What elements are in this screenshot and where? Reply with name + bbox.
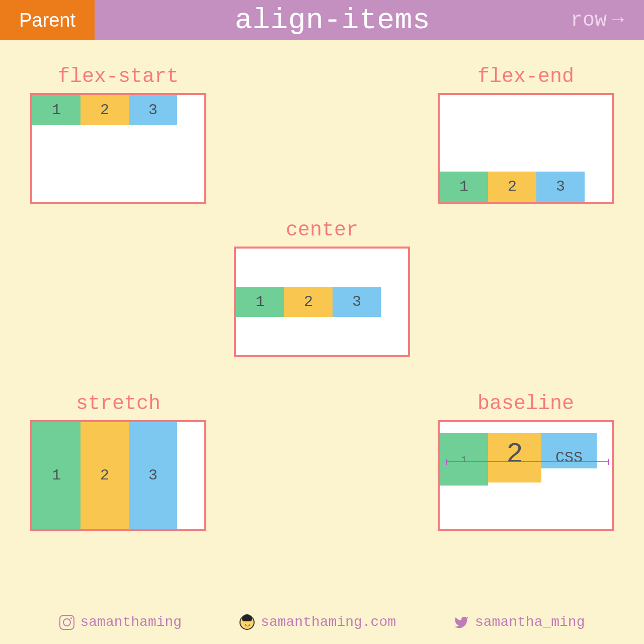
social-website: samanthaming.com [239,614,396,630]
flex-item: 2 [80,95,129,125]
flex-item: 2 [80,422,129,529]
page-title: align-items [95,4,571,37]
example-baseline: baseline 1 2 CSS [438,392,614,531]
instagram-handle: samanthaming [80,614,182,630]
flex-item: 2 [284,287,333,317]
social-twitter: samantha_ming [454,614,585,630]
direction-label: row → [571,9,644,32]
example-title: flex-end [438,65,614,88]
flex-item: 1 [32,422,80,529]
parent-badge: Parent [0,0,95,40]
example-stretch: stretch 1 2 3 [30,392,206,531]
flex-item: 2 [488,433,541,482]
flex-item: 1 [32,95,80,125]
instagram-icon [59,615,74,630]
arrow-right-icon: → [612,9,624,31]
diagram-box: 1 2 3 [30,93,206,204]
footer: samanthaming samanthaming.com samantha_m… [0,614,644,630]
diagram-box: 1 2 3 [30,420,206,531]
flex-item: 2 [488,172,536,202]
flex-item: 1 [440,172,488,202]
example-title: flex-start [30,65,206,88]
example-center: center 1 2 3 [234,219,410,357]
diagram-box: 1 2 3 [438,93,614,204]
flex-item: 3 [129,95,177,125]
flex-item: 3 [129,422,177,529]
website-url: samanthaming.com [261,614,396,630]
example-title: center [234,219,410,242]
example-flex-start: flex-start 1 2 3 [30,65,206,204]
flex-item: 3 [536,172,585,202]
example-title: baseline [438,392,614,415]
twitter-handle: samantha_ming [475,614,585,630]
avatar-icon [239,615,255,630]
diagram-box: 1 2 3 [234,247,410,357]
header: Parent align-items row → [0,0,644,40]
flex-item: CSS [541,433,597,468]
flex-item: 1 [440,433,488,486]
example-title: stretch [30,392,206,415]
example-flex-end: flex-end 1 2 3 [438,65,614,204]
baseline-indicator [446,461,609,462]
direction-text: row [571,9,607,32]
flex-item: 3 [333,287,381,317]
flex-item: 1 [236,287,284,317]
social-instagram: samanthaming [59,614,182,630]
twitter-icon [454,615,469,630]
diagram-box: 1 2 CSS [438,420,614,531]
